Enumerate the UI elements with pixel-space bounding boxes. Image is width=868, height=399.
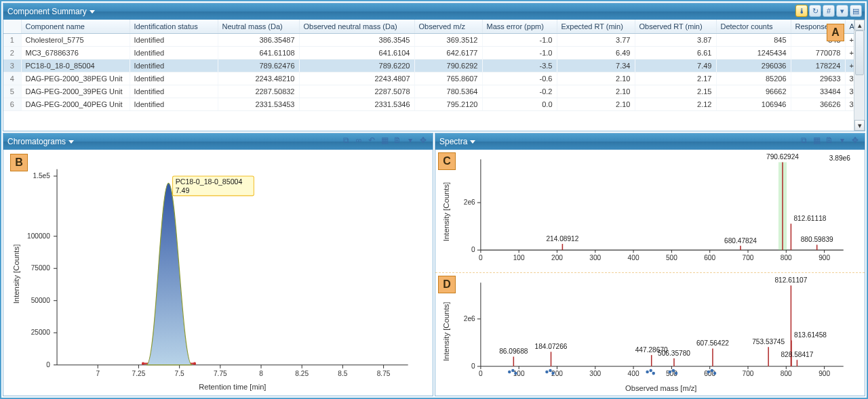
component-summary-title-dropdown[interactable]: Component Summary	[7, 7, 95, 16]
cell: 6.49	[557, 47, 635, 60]
col-header[interactable]: Observed m/z	[414, 20, 482, 34]
svg-text:25000: 25000	[31, 329, 50, 336]
export-icon[interactable]: 🗎	[824, 135, 835, 146]
chromatograms-header[interactable]: Chromatograms ⧉ ∞ ↶ ▦ 🗎 ▾ ✥	[3, 133, 433, 150]
cell: 386.35487	[218, 34, 299, 47]
col-header[interactable]: Detector counts	[716, 20, 791, 34]
cell: 2.12	[635, 98, 716, 111]
chromatograms-title-dropdown[interactable]: Chromatograms	[7, 137, 74, 146]
svg-text:813.61458: 813.61458	[794, 331, 827, 339]
table-icon[interactable]: ▦	[379, 135, 390, 146]
undo-icon[interactable]: ↶	[366, 135, 377, 146]
table-icon[interactable]: ▦	[811, 135, 822, 146]
svg-text:2e6: 2e6	[464, 198, 475, 206]
svg-point-104	[511, 369, 514, 373]
cell: 7.34	[557, 60, 635, 72]
scroll-thumb[interactable]	[855, 30, 864, 75]
sync-icon[interactable]: ↻	[809, 5, 821, 17]
col-header[interactable]: Expected RT (min)	[557, 20, 635, 34]
options-icon[interactable]: ▾	[405, 135, 416, 146]
svg-text:214.08912: 214.08912	[546, 235, 578, 243]
cell: 2.17	[635, 72, 716, 85]
table-scrollbar[interactable]: ▴ ▾	[854, 20, 865, 131]
filter-icon[interactable]: ▾	[836, 5, 848, 17]
svg-text:300: 300	[589, 370, 601, 377]
table-row[interactable]: 2MC3_67886376Identified641.61108641.6104…	[3, 47, 865, 60]
move-icon[interactable]: ✥	[850, 135, 861, 146]
spectra-title-dropdown[interactable]: Spectra	[439, 137, 475, 146]
cell: Identified	[130, 72, 218, 85]
svg-point-109	[549, 369, 551, 373]
move-icon[interactable]: ✥	[418, 135, 429, 146]
svg-text:8.25: 8.25	[295, 370, 309, 377]
scroll-down-icon[interactable]: ▾	[854, 120, 865, 131]
chromatogram-chart[interactable]: Intensity [Counts] Retention time [min] …	[3, 150, 433, 396]
svg-text:0: 0	[471, 246, 475, 253]
cell: DAG-PEG-2000_38PEG Unit	[21, 72, 130, 85]
spectra-panel: Spectra ⧉ ▦ 🗎 ▾ ✥ C Intensity	[435, 133, 865, 396]
cell: 2.10	[557, 85, 635, 98]
cell: DAG-PEG-2000_40PEG Unit	[21, 98, 130, 111]
scroll-up-icon[interactable]: ▴	[854, 20, 865, 30]
svg-point-114	[649, 369, 652, 373]
component-summary-panel: Component Summary 🌡 ↻ # ▾ ▤ A Componen	[3, 3, 865, 131]
svg-text:0: 0	[479, 370, 483, 377]
col-header[interactable]: Observed RT (min)	[635, 20, 716, 34]
cell: Identified	[130, 60, 218, 72]
svg-point-120	[675, 372, 677, 375]
cell: 2.15	[635, 85, 716, 98]
copy-chart-icon[interactable]: ⧉	[798, 135, 809, 146]
svg-text:812.61107: 812.61107	[774, 276, 807, 284]
cell: DAG-PEG-2000_39PEG Unit	[21, 85, 130, 98]
svg-text:828.58417: 828.58417	[781, 351, 813, 358]
spectra-header[interactable]: Spectra ⧉ ▦ 🗎 ▾ ✥	[435, 133, 865, 150]
col-header[interactable]: Identification status	[130, 20, 218, 34]
svg-point-124	[711, 369, 713, 373]
cell: 2243.4807	[299, 72, 414, 85]
table-row[interactable]: 4DAG-PEG-2000_38PEG UnitIdentified2243.4…	[3, 72, 865, 85]
svg-text:812.61118: 812.61118	[793, 215, 826, 222]
col-header[interactable]	[3, 20, 21, 34]
table-row[interactable]: 1Cholesterol_5775Identified386.35487386.…	[3, 34, 865, 47]
export-icon[interactable]: 🗎	[392, 135, 403, 146]
cell: 2287.5078	[299, 85, 414, 98]
svg-text:3.89e6: 3.89e6	[829, 154, 850, 162]
col-header[interactable]: Neutral mass (Da)	[218, 20, 299, 34]
svg-text:184.07266: 184.07266	[535, 343, 568, 350]
col-header[interactable]: Observed neutral mass (Da)	[299, 20, 414, 34]
cell: 641.6104	[299, 47, 414, 60]
panel-menu-icon[interactable]: ▤	[850, 5, 862, 17]
annotation-a: A	[827, 24, 844, 41]
link-icon[interactable]: ∞	[353, 135, 364, 146]
options-icon[interactable]: ▾	[837, 135, 848, 146]
cell: 789.62476	[218, 60, 299, 72]
svg-text:8.5: 8.5	[338, 370, 347, 377]
cell: 2331.5346	[299, 98, 414, 111]
table-row[interactable]: 3PC18-0_18-0_85004Identified789.62476789…	[3, 60, 865, 72]
spectrum-c[interactable]: C Intensity [Counts] 0 2e6 3.89e6 010020…	[435, 150, 865, 273]
svg-text:607.56422: 607.56422	[696, 339, 729, 347]
col-header[interactable]: Mass error (ppm)	[482, 20, 557, 34]
svg-text:790.62924: 790.62924	[766, 153, 799, 161]
cell: 2243.48210	[218, 72, 299, 85]
svg-text:7: 7	[96, 370, 100, 377]
spectrum-d[interactable]: D Intensity [Counts] Observed mass [m/z]…	[435, 273, 865, 396]
cell: 2.10	[557, 98, 635, 111]
svg-text:300: 300	[589, 253, 601, 261]
col-header[interactable]: Component name	[21, 20, 130, 34]
cell: 2287.50832	[218, 85, 299, 98]
cell: 36626	[791, 98, 845, 111]
thermometer-icon[interactable]: 🌡	[795, 5, 808, 17]
copy-chart-icon[interactable]: ⧉	[340, 135, 351, 146]
grid-icon[interactable]: #	[823, 5, 835, 17]
svg-text:400: 400	[628, 253, 639, 261]
table-row[interactable]: 6DAG-PEG-2000_40PEG UnitIdentified2331.5…	[3, 98, 865, 111]
cell: PC18-0_18-0_85004	[21, 60, 130, 72]
cell: 765.8607	[414, 72, 482, 85]
svg-text:700: 700	[743, 253, 754, 261]
table-body: 1Cholesterol_5775Identified386.35487386.…	[3, 34, 865, 111]
table-row[interactable]: 5DAG-PEG-2000_39PEG UnitIdentified2287.5…	[3, 85, 865, 98]
component-summary-header[interactable]: Component Summary 🌡 ↻ # ▾ ▤	[3, 3, 865, 20]
cell: Identified	[130, 34, 218, 47]
cell: 4	[3, 72, 21, 85]
